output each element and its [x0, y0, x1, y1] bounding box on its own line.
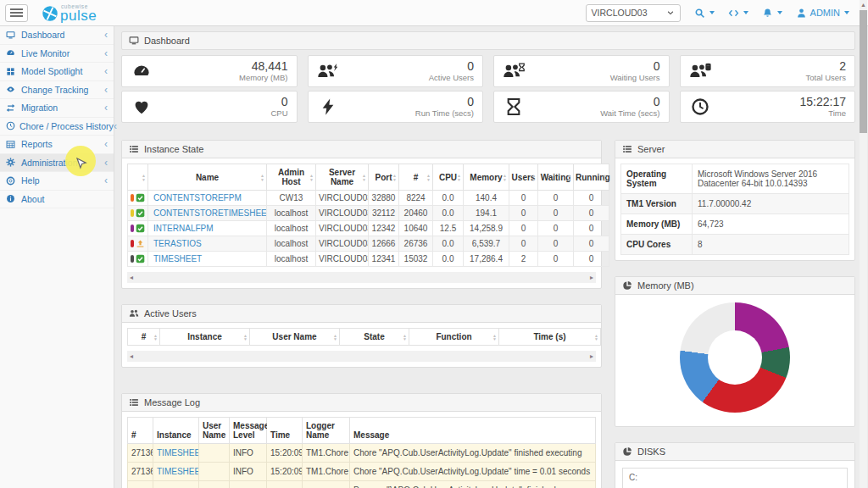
- menu-toggle-button[interactable]: [5, 4, 28, 22]
- sidebar-item-dashboard[interactable]: Dashboard‹: [0, 26, 114, 45]
- list-icon: [129, 144, 139, 154]
- log-row: 27136TIMESHEETINFO15:20:09TM1.ProcessPro…: [128, 481, 596, 488]
- upload-icon: [136, 239, 145, 248]
- page-title: Dashboard: [144, 36, 190, 46]
- stat-card-active-users: 0Active Users: [308, 55, 484, 87]
- column-header-blank[interactable]: #▲▼: [128, 329, 160, 346]
- sidebar-item-label: Reports: [21, 139, 53, 149]
- column-header-users[interactable]: Users▲▼: [509, 164, 538, 191]
- instance-row[interactable]: CONTENTSTOREFPMCW13VIRCLOUD033288082240.…: [128, 191, 609, 206]
- log-row: 27136TIMESHEETINFO15:20:09TM1.ChoreChore…: [128, 463, 596, 481]
- scroll-up-icon[interactable]: ▲: [860, 0, 867, 9]
- scrollbar-thumb[interactable]: [860, 10, 867, 133]
- bell-icon: [762, 8, 773, 19]
- column-header-function[interactable]: Function▲▼: [409, 329, 499, 346]
- column-header-waiting[interactable]: Waiting▲▼: [538, 164, 574, 191]
- sidebar-item-help[interactable]: Help‹: [0, 172, 114, 191]
- search-dropdown[interactable]: [694, 8, 715, 19]
- column-header-blank[interactable]: #▲▼: [399, 164, 433, 191]
- sidebar-item-migration[interactable]: Migration‹: [0, 99, 114, 118]
- server-select-value: VIRCLOUD03: [592, 8, 648, 18]
- panel-title: Memory (MB): [637, 280, 694, 291]
- column-header-admin-host[interactable]: Admin Host▲▼: [267, 164, 316, 191]
- stat-card-cpu: 0CPU: [121, 91, 298, 123]
- instance-link[interactable]: TERASTIOS: [153, 239, 202, 248]
- sidebar-item-change-tracking[interactable]: Change Tracking‹: [0, 81, 114, 100]
- code-dropdown[interactable]: [728, 8, 748, 19]
- grid-icon: [6, 67, 17, 76]
- disk-c-box: C:: [622, 468, 848, 488]
- column-header-server-name[interactable]: Server Name▲▼: [316, 164, 369, 191]
- notifications-dropdown[interactable]: [762, 8, 782, 19]
- pulse-logo-icon: [42, 5, 58, 22]
- instance-link[interactable]: CONTENTSTORETIMESHEETS: [153, 208, 267, 218]
- scroll-right-icon[interactable]: ▸: [590, 274, 593, 281]
- instance-row[interactable]: TERASTIOSlocalhostVIRCLOUD0312666267360.…: [128, 236, 609, 252]
- chevron-left-icon: ‹: [104, 49, 108, 58]
- check-icon: [136, 254, 145, 263]
- admin-menu[interactable]: ADMIN: [796, 8, 849, 19]
- main-content: Dashboard 48,441Memory (MB)0Active Users…: [121, 31, 855, 488]
- code-icon: [728, 8, 739, 19]
- sort-icon: ▲▼: [531, 174, 536, 181]
- column-header-instance[interactable]: Instance▲▼: [160, 329, 250, 346]
- stats-grid: 48,441Memory (MB)0Active Users0Waiting U…: [121, 55, 855, 123]
- sort-icon: ▲▼: [392, 174, 397, 181]
- instance-state-panel: Instance State ▲▼Name▲▼Admin Host▲▼Serve…: [121, 140, 602, 289]
- scroll-right-icon[interactable]: ▸: [590, 352, 593, 360]
- column-header-memory[interactable]: Memory▲▼: [464, 164, 509, 191]
- sidebar-item-label: About: [21, 194, 44, 204]
- stat-label: Active Users: [429, 73, 474, 82]
- stat-label: CPU: [270, 108, 287, 118]
- horizontal-scrollbar[interactable]: ◂ ▸: [127, 351, 596, 362]
- instance-link[interactable]: TIMESHEET: [157, 467, 199, 476]
- column-header-user-name[interactable]: User Name▲▼: [250, 329, 340, 346]
- sidebar-item-chore-process-history[interactable]: Chore / Process History‹: [0, 118, 114, 136]
- server-select[interactable]: VIRCLOUD03: [586, 4, 681, 22]
- vertical-scrollbar[interactable]: ▲: [860, 0, 867, 488]
- stat-card-total-users: 2Total Users: [680, 55, 856, 87]
- scroll-left-icon[interactable]: ◂: [130, 274, 133, 281]
- chevron-left-icon: ‹: [104, 103, 108, 112]
- instance-link[interactable]: INTERNALFPM: [153, 224, 214, 233]
- instance-state-table: ▲▼Name▲▼Admin Host▲▼Server Name▲▼Port▲▼#…: [127, 164, 609, 267]
- instance-row[interactable]: TIMESHEETlocalhostVIRCLOUD0312341150320.…: [128, 252, 609, 267]
- instance-row[interactable]: CONTENTSTORETIMESHEETSlocalhostVIRCLOUD0…: [128, 206, 609, 221]
- sort-icon: ▲▼: [457, 174, 461, 181]
- instance-state-header: Instance State: [122, 141, 601, 158]
- column-header-running[interactable]: Running▲▼: [574, 164, 609, 191]
- column-header-port[interactable]: Port▲▼: [369, 164, 399, 191]
- sidebar-item-administration[interactable]: Administration‹: [0, 154, 114, 173]
- stat-value: 15:22:17: [800, 96, 847, 108]
- users-icon: [129, 308, 139, 319]
- admin-label: ADMIN: [810, 8, 840, 18]
- check-icon: [136, 224, 145, 233]
- instance-link[interactable]: CONTENTSTOREFPM: [153, 193, 242, 202]
- instance-row[interactable]: INTERNALFPMlocalhostVIRCLOUD031234210640…: [128, 221, 609, 236]
- sidebar-item-about[interactable]: About: [0, 191, 114, 209]
- table-icon: [6, 140, 17, 149]
- column-header-state[interactable]: State▲▼: [340, 329, 409, 346]
- sort-icon: ▲▼: [403, 333, 407, 341]
- stat-value: 48,441: [239, 60, 288, 73]
- column-header-cpu[interactable]: CPU▲▼: [433, 164, 464, 191]
- instance-link[interactable]: TIMESHEET: [157, 448, 199, 458]
- sidebar-item-model-spotlight[interactable]: Model Spotlight‹: [0, 63, 114, 81]
- instance-link[interactable]: TIMESHEET: [153, 254, 202, 263]
- column-header-time-s[interactable]: Time (s)▲▼: [499, 329, 601, 346]
- caret-down-icon: [844, 11, 849, 14]
- column-header-status[interactable]: ▲▼: [128, 164, 148, 191]
- exchange-icon: [6, 103, 17, 113]
- horizontal-scrollbar[interactable]: ◂ ▸: [127, 272, 596, 283]
- users-database-icon: [689, 62, 711, 80]
- log-message: Process "}APQ.Cub.UserActivityLog.Update…: [350, 481, 596, 488]
- active-users-table: #▲▼Instance▲▼User Name▲▼State▲▼Function▲…: [127, 328, 601, 346]
- sidebar-item-live-monitor[interactable]: Live Monitor‹: [0, 45, 114, 64]
- tachometer-icon: [6, 48, 17, 58]
- scroll-left-icon[interactable]: ◂: [130, 352, 133, 360]
- sidebar-item-label: Dashboard: [21, 30, 64, 40]
- sidebar-item-reports[interactable]: Reports‹: [0, 136, 114, 154]
- memory-chart-panel: Memory (MB): [615, 276, 855, 427]
- active-users-header: Active Users: [122, 305, 601, 323]
- column-header-name[interactable]: Name▲▼: [148, 164, 267, 191]
